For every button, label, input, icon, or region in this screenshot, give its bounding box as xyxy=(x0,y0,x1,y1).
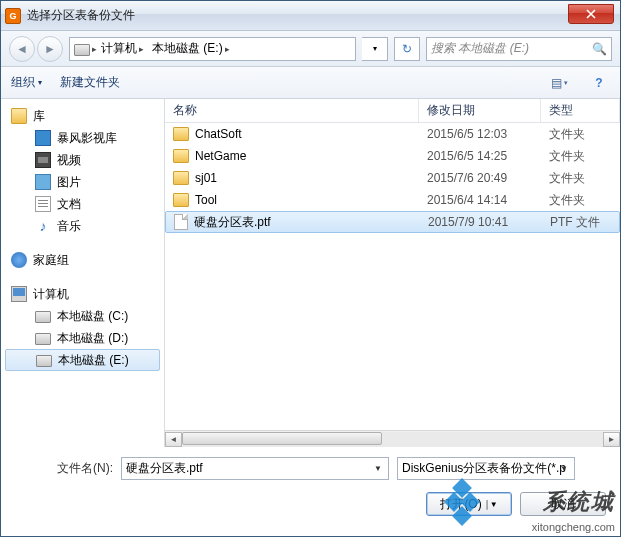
file-row[interactable]: Tool2015/6/4 14:14文件夹 xyxy=(165,189,620,211)
drive-icon xyxy=(35,333,51,345)
navigation-tree[interactable]: 库 暴风影视库 视频 图片 文档 ♪音乐 家庭组 计算机 本地磁盘 (C:) 本… xyxy=(1,99,165,447)
column-type[interactable]: 类型 xyxy=(541,99,620,122)
file-name: ChatSoft xyxy=(195,127,242,141)
file-name: sj01 xyxy=(195,171,217,185)
breadcrumb-dropdown[interactable]: ▾ xyxy=(362,37,388,61)
tree-libraries[interactable]: 库 xyxy=(1,105,164,127)
drive-icon xyxy=(36,355,52,367)
window-title: 选择分区表备份文件 xyxy=(27,7,135,24)
tree-homegroup[interactable]: 家庭组 xyxy=(1,249,164,271)
chevron-down-icon: ▾ xyxy=(373,44,377,53)
file-date: 2015/7/9 10:41 xyxy=(420,215,542,229)
search-input[interactable]: 搜索 本地磁盘 (E:) 🔍 xyxy=(426,37,612,61)
chevron-right-icon: ▸ xyxy=(139,44,144,54)
file-name: NetGame xyxy=(195,149,246,163)
file-date: 2015/6/5 14:25 xyxy=(419,149,541,163)
breadcrumb-computer[interactable]: 计算机▸ xyxy=(97,38,148,59)
close-button[interactable] xyxy=(568,4,614,24)
file-list[interactable]: ChatSoft2015/6/5 12:03文件夹NetGame2015/6/5… xyxy=(165,123,620,430)
homegroup-icon xyxy=(11,252,27,268)
app-icon: G xyxy=(5,8,21,24)
new-folder-button[interactable]: 新建文件夹 xyxy=(60,74,120,91)
file-row[interactable]: sj012015/7/6 20:49文件夹 xyxy=(165,167,620,189)
toolbar: 组织▾ 新建文件夹 ▤▾ ? xyxy=(1,67,620,99)
file-date: 2015/7/6 20:49 xyxy=(419,171,541,185)
nav-row: ◄ ► ▸ 计算机▸ 本地磁盘 (E:)▸ ▾ ↻ 搜索 本地磁盘 (E:) 🔍 xyxy=(1,31,620,67)
refresh-button[interactable]: ↻ xyxy=(394,37,420,61)
file-list-pane: 名称 修改日期 类型 ChatSoft2015/6/5 12:03文件夹NetG… xyxy=(165,99,620,447)
arrow-right-icon: ► xyxy=(44,42,56,56)
folder-icon xyxy=(173,149,189,163)
chevron-down-icon: ▾ xyxy=(564,79,568,87)
tree-drive-e[interactable]: 本地磁盘 (E:) xyxy=(5,349,160,371)
forward-button[interactable]: ► xyxy=(37,36,63,62)
title-bar: G 选择分区表备份文件 xyxy=(1,1,620,31)
filter-value: DiskGenius分区表备份文件(*.p xyxy=(402,460,566,477)
video-icon xyxy=(35,152,51,168)
filetype-filter[interactable]: DiskGenius分区表备份文件(*.p ▼ xyxy=(397,457,575,480)
file-name: Tool xyxy=(195,193,217,207)
tree-lib-baofeng[interactable]: 暴风影视库 xyxy=(1,127,164,149)
help-button[interactable]: ? xyxy=(588,73,610,93)
search-icon: 🔍 xyxy=(592,42,607,56)
file-row[interactable]: NetGame2015/6/5 14:25文件夹 xyxy=(165,145,620,167)
tree-lib-videos[interactable]: 视频 xyxy=(1,149,164,171)
library-icon xyxy=(11,108,27,124)
file-icon xyxy=(174,214,188,230)
file-name: 硬盘分区表.ptf xyxy=(194,214,271,231)
view-menu[interactable]: ▤▾ xyxy=(548,73,570,93)
column-name[interactable]: 名称 xyxy=(165,99,419,122)
file-type: 文件夹 xyxy=(541,148,620,165)
open-button[interactable]: 打开(O)│▼ xyxy=(426,492,512,516)
breadcrumb[interactable]: ▸ 计算机▸ 本地磁盘 (E:)▸ xyxy=(69,37,356,61)
file-row[interactable]: 硬盘分区表.ptf2015/7/9 10:41PTF 文件 xyxy=(165,211,620,233)
file-open-dialog: G 选择分区表备份文件 ◄ ► ▸ 计算机▸ 本地磁盘 (E:)▸ ▾ ↻ 搜索… xyxy=(0,0,621,537)
back-button[interactable]: ◄ xyxy=(9,36,35,62)
tree-drive-d[interactable]: 本地磁盘 (D:) xyxy=(1,327,164,349)
drive-icon xyxy=(35,311,51,323)
search-placeholder: 搜索 本地磁盘 (E:) xyxy=(431,40,529,57)
picture-icon xyxy=(35,174,51,190)
document-icon xyxy=(35,196,51,212)
refresh-icon: ↻ xyxy=(402,42,412,56)
file-type: 文件夹 xyxy=(541,126,620,143)
view-icon: ▤ xyxy=(551,76,562,90)
chevron-right-icon: ▸ xyxy=(225,44,230,54)
scroll-track[interactable] xyxy=(182,432,603,447)
cancel-button[interactable]: 取消 xyxy=(520,492,606,516)
filename-label: 文件名(N): xyxy=(15,460,113,477)
tree-lib-music[interactable]: ♪音乐 xyxy=(1,215,164,237)
drive-icon xyxy=(74,41,90,57)
folder-icon xyxy=(173,193,189,207)
file-row[interactable]: ChatSoft2015/6/5 12:03文件夹 xyxy=(165,123,620,145)
organize-menu[interactable]: 组织▾ xyxy=(11,74,42,91)
scroll-thumb[interactable] xyxy=(182,432,382,445)
tree-drive-c[interactable]: 本地磁盘 (C:) xyxy=(1,305,164,327)
chevron-down-icon[interactable]: ▼ xyxy=(370,460,386,477)
arrow-left-icon: ◄ xyxy=(16,42,28,56)
computer-icon xyxy=(11,286,27,302)
tree-lib-documents[interactable]: 文档 xyxy=(1,193,164,215)
close-icon xyxy=(586,9,596,19)
chevron-down-icon[interactable]: ▼ xyxy=(556,460,572,477)
column-headers: 名称 修改日期 类型 xyxy=(165,99,620,123)
column-modified[interactable]: 修改日期 xyxy=(419,99,541,122)
tree-lib-pictures[interactable]: 图片 xyxy=(1,171,164,193)
button-row: 打开(O)│▼ 取消 xyxy=(1,480,620,516)
filename-input[interactable]: 硬盘分区表.ptf ▼ xyxy=(121,457,389,480)
folder-icon xyxy=(173,171,189,185)
file-type: 文件夹 xyxy=(541,192,620,209)
filename-row: 文件名(N): 硬盘分区表.ptf ▼ DiskGenius分区表备份文件(*.… xyxy=(1,447,620,480)
horizontal-scrollbar[interactable]: ◄ ► xyxy=(165,430,620,447)
music-icon: ♪ xyxy=(35,218,51,234)
help-icon: ? xyxy=(595,76,602,90)
tree-computer[interactable]: 计算机 xyxy=(1,283,164,305)
breadcrumb-drive-e[interactable]: 本地磁盘 (E:)▸ xyxy=(148,38,234,59)
watermark-url: xitongcheng.com xyxy=(532,521,615,533)
file-type: PTF 文件 xyxy=(542,214,619,231)
folder-icon xyxy=(173,127,189,141)
chevron-down-icon: ▾ xyxy=(38,78,42,87)
scroll-left-button[interactable]: ◄ xyxy=(165,432,182,447)
scroll-right-button[interactable]: ► xyxy=(603,432,620,447)
nav-buttons: ◄ ► xyxy=(9,36,63,62)
